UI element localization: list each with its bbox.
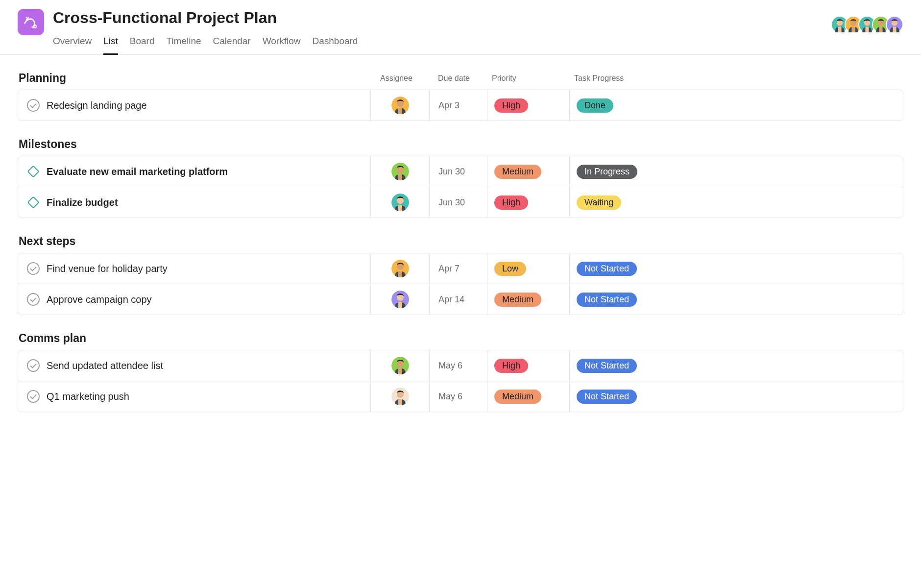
- tab-board[interactable]: Board: [130, 32, 155, 55]
- task-name[interactable]: Q1 marketing push: [47, 391, 129, 402]
- priority-pill: High: [494, 98, 528, 113]
- priority-pill: High: [494, 196, 528, 210]
- svg-rect-15: [28, 166, 39, 177]
- assignee-cell[interactable]: [371, 253, 430, 284]
- priority-cell[interactable]: Low: [487, 253, 570, 284]
- priority-cell[interactable]: High: [487, 90, 570, 121]
- progress-cell[interactable]: Done: [570, 90, 656, 121]
- collaborator-avatar[interactable]: [886, 16, 903, 33]
- priority-pill: Medium: [494, 165, 541, 179]
- progress-pill: In Progress: [577, 165, 637, 179]
- section-title[interactable]: Comms plan: [18, 332, 370, 345]
- assignee-avatar[interactable]: [391, 357, 409, 374]
- section-title[interactable]: Milestones: [18, 138, 370, 151]
- priority-pill: High: [494, 359, 528, 373]
- assignee-cell[interactable]: [371, 350, 430, 381]
- due-date-cell[interactable]: Apr 7: [430, 253, 487, 284]
- priority-pill: Low: [494, 262, 526, 276]
- complete-task-icon[interactable]: [27, 99, 40, 112]
- task-name[interactable]: Send updated attendee list: [47, 360, 163, 371]
- section-title[interactable]: Planning: [18, 72, 370, 85]
- assignee-avatar[interactable]: [391, 291, 409, 308]
- task-row[interactable]: Send updated attendee list May 6HighNot …: [18, 350, 903, 381]
- complete-task-icon[interactable]: [27, 293, 40, 306]
- collaborators[interactable]: [831, 9, 903, 33]
- milestone-icon[interactable]: [27, 196, 40, 209]
- assignee-cell[interactable]: [371, 381, 430, 412]
- task-row[interactable]: Approve campaign copy Apr 14MediumNot St…: [18, 284, 903, 315]
- task-row[interactable]: Q1 marketing push May 6MediumNot Started: [18, 381, 903, 412]
- task-name[interactable]: Approve campaign copy: [47, 294, 152, 305]
- assignee-avatar[interactable]: [391, 260, 409, 277]
- section-title[interactable]: Next steps: [18, 235, 370, 248]
- assignee-avatar[interactable]: [391, 163, 409, 180]
- priority-pill: Medium: [494, 390, 541, 404]
- priority-cell[interactable]: High: [487, 187, 570, 218]
- task-row[interactable]: Finalize budget Jun 30HighWaiting: [18, 187, 903, 218]
- due-date-cell[interactable]: Jun 30: [430, 156, 487, 187]
- due-date-cell[interactable]: Jun 30: [430, 187, 487, 218]
- progress-pill: Waiting: [577, 196, 621, 210]
- assignee-cell[interactable]: [371, 90, 430, 121]
- task-name[interactable]: Redesign landing page: [47, 100, 147, 111]
- svg-rect-18: [28, 197, 39, 208]
- task-name[interactable]: Finalize budget: [47, 197, 118, 208]
- assignee-cell[interactable]: [371, 284, 430, 315]
- progress-pill: Not Started: [577, 390, 637, 404]
- column-header-task_progress[interactable]: Task Progress: [569, 74, 655, 83]
- progress-cell[interactable]: Not Started: [570, 284, 656, 315]
- assignee-avatar[interactable]: [391, 194, 409, 211]
- due-date-cell[interactable]: Apr 14: [430, 284, 487, 315]
- task-row[interactable]: Find venue for holiday party Apr 7LowNot…: [18, 253, 903, 284]
- priority-pill: Medium: [494, 293, 541, 307]
- column-header-due_date[interactable]: Due date: [429, 74, 487, 83]
- progress-cell[interactable]: In Progress: [570, 156, 656, 187]
- tab-workflow[interactable]: Workflow: [263, 32, 301, 55]
- assignee-avatar[interactable]: [391, 388, 409, 405]
- progress-pill: Not Started: [577, 293, 637, 307]
- assignee-cell[interactable]: [371, 187, 430, 218]
- progress-cell[interactable]: Not Started: [570, 381, 656, 412]
- due-date-cell[interactable]: Apr 3: [430, 90, 487, 121]
- priority-cell[interactable]: Medium: [487, 156, 570, 187]
- tab-timeline[interactable]: Timeline: [166, 32, 201, 55]
- project-title[interactable]: Cross-Functional Project Plan: [53, 9, 822, 27]
- project-tabs: OverviewListBoardTimelineCalendarWorkflo…: [53, 32, 822, 54]
- task-row[interactable]: Evaluate new email marketing platform Ju…: [18, 156, 903, 187]
- tab-dashboard[interactable]: Dashboard: [312, 32, 358, 55]
- due-date-cell[interactable]: May 6: [430, 381, 487, 412]
- complete-task-icon[interactable]: [27, 359, 40, 372]
- assignee-avatar[interactable]: [391, 97, 409, 114]
- progress-cell[interactable]: Not Started: [570, 253, 656, 284]
- column-header-assignee[interactable]: Assignee: [370, 74, 429, 83]
- tab-calendar[interactable]: Calendar: [213, 32, 251, 55]
- complete-task-icon[interactable]: [27, 390, 40, 403]
- progress-pill: Not Started: [577, 262, 637, 276]
- priority-cell[interactable]: Medium: [487, 284, 570, 315]
- progress-cell[interactable]: Not Started: [570, 350, 656, 381]
- assignee-cell[interactable]: [371, 156, 430, 187]
- tab-overview[interactable]: Overview: [53, 32, 92, 55]
- progress-cell[interactable]: Waiting: [570, 187, 656, 218]
- complete-task-icon[interactable]: [27, 262, 40, 275]
- milestone-icon[interactable]: [27, 165, 40, 178]
- priority-cell[interactable]: High: [487, 350, 570, 381]
- priority-cell[interactable]: Medium: [487, 381, 570, 412]
- task-name[interactable]: Find venue for holiday party: [47, 263, 168, 274]
- tab-list[interactable]: List: [103, 32, 118, 55]
- task-name[interactable]: Evaluate new email marketing platform: [47, 166, 228, 177]
- due-date-cell[interactable]: May 6: [430, 350, 487, 381]
- svg-point-2: [33, 25, 36, 28]
- progress-pill: Not Started: [577, 359, 637, 373]
- task-row[interactable]: Redesign landing page Apr 3HighDone: [18, 90, 903, 121]
- column-header-priority[interactable]: Priority: [487, 74, 569, 83]
- progress-pill: Done: [577, 98, 613, 113]
- project-icon[interactable]: [18, 9, 44, 35]
